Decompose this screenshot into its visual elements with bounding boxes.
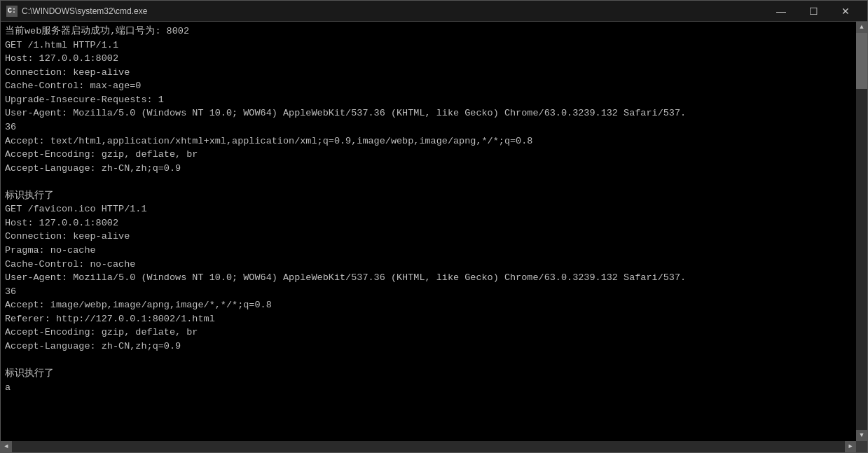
terminal-output[interactable]: 当前web服务器启动成功,端口号为: 8002 GET /1.html HTTP… [1, 22, 856, 441]
terminal-body: 当前web服务器启动成功,端口号为: 8002 GET /1.html HTTP… [1, 22, 867, 441]
scrollbar-corner [856, 441, 867, 452]
scroll-right-arrow[interactable]: ► [845, 441, 856, 452]
title-bar: C: C:\WINDOWS\system32\cmd.exe — ☐ ✕ [1, 1, 867, 22]
bottom-bar: ◄ ► [1, 441, 867, 452]
title-bar-left: C: C:\WINDOWS\system32\cmd.exe [6, 6, 147, 17]
scroll-up-arrow[interactable]: ▲ [856, 22, 867, 33]
window-title: C:\WINDOWS\system32\cmd.exe [22, 6, 147, 16]
minimize-button[interactable]: — [765, 1, 797, 22]
scroll-left-arrow[interactable]: ◄ [1, 441, 12, 452]
horizontal-scrollbar-track[interactable] [12, 441, 845, 452]
cmd-window: C: C:\WINDOWS\system32\cmd.exe — ☐ ✕ 当前w… [0, 0, 868, 453]
scroll-down-arrow[interactable]: ▼ [856, 430, 867, 441]
vertical-scrollbar[interactable]: ▲ ▼ [856, 22, 867, 441]
maximize-button[interactable]: ☐ [797, 1, 829, 22]
close-button[interactable]: ✕ [829, 1, 862, 22]
window-controls: — ☐ ✕ [765, 1, 862, 22]
horizontal-scrollbar[interactable]: ◄ ► [1, 441, 856, 452]
scrollbar-thumb[interactable] [856, 33, 867, 89]
cmd-icon: C: [6, 6, 18, 17]
scrollbar-track[interactable] [856, 33, 867, 430]
